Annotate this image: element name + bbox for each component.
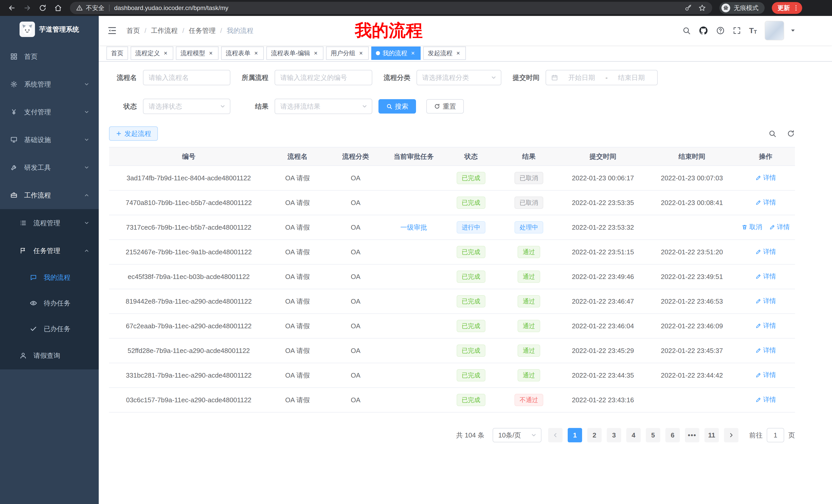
refresh-table-icon[interactable] (787, 130, 795, 138)
page-button[interactable]: ••• (685, 428, 699, 442)
detail-action[interactable]: 详情 (755, 371, 776, 379)
total-count: 共 104 条 (456, 431, 485, 440)
refresh-icon (434, 103, 440, 109)
cell-actions: 取消 详情 (736, 264, 795, 289)
page-button[interactable]: 11 (704, 428, 719, 442)
bookmark-star-icon[interactable] (698, 4, 706, 12)
column-header: 编号 (109, 147, 268, 166)
hamburger-icon[interactable] (107, 25, 117, 36)
detail-action[interactable]: 详情 (769, 223, 790, 231)
category-select[interactable]: 请选择流程分类 (417, 70, 501, 85)
kebab-menu-icon[interactable] (792, 4, 800, 11)
result-select[interactable]: 请选择流结果 (275, 99, 372, 114)
sidebar-item-done-tasks[interactable]: 已办任务 (0, 316, 99, 342)
cell-category: OA (327, 240, 385, 264)
reset-button[interactable]: 重置 (426, 99, 464, 114)
edit-icon (755, 273, 761, 279)
update-label: 更新 (778, 4, 790, 12)
sidebar-item-my-processes[interactable]: 我的流程 (0, 264, 99, 290)
create-process-button[interactable]: 发起流程 (109, 127, 158, 141)
sidebar-item-workflow[interactable]: 工作流程 (0, 181, 99, 209)
detail-action[interactable]: 详情 (755, 173, 776, 182)
close-icon[interactable]: × (358, 50, 364, 56)
status-badge: 进行中 (457, 221, 486, 233)
breadcrumb-workflow[interactable]: 工作流程 (151, 26, 189, 35)
page-button[interactable]: 4 (626, 428, 641, 442)
process-def-input[interactable] (275, 70, 372, 85)
current-task-link[interactable]: 一级审批 (400, 223, 427, 231)
close-icon[interactable]: × (455, 50, 461, 56)
close-icon[interactable]: × (162, 50, 169, 56)
sidebar-item-leave-query[interactable]: 请假查询 (0, 342, 99, 369)
column-header: 流程名 (268, 147, 327, 166)
tag-item[interactable]: 我的流程 × (371, 47, 421, 60)
avatar[interactable] (765, 21, 784, 40)
cell-category: OA (327, 190, 385, 215)
close-icon[interactable]: × (208, 50, 214, 56)
browser-update-button[interactable]: 更新 (772, 2, 802, 14)
sidebar-item-task-management[interactable]: 任务管理 (0, 237, 99, 264)
page-button[interactable]: 3 (607, 428, 621, 442)
cell-status: 已完成 (443, 240, 499, 264)
address-bar[interactable]: 不安全 dashboard.yudao.iocoder.cn/bpm/task/… (70, 2, 712, 14)
detail-action[interactable]: 详情 (755, 247, 776, 256)
sidebar-item-label: 我的流程 (44, 273, 71, 282)
browser-reload-button[interactable] (36, 1, 49, 15)
detail-action[interactable]: 详情 (755, 321, 776, 330)
table-row: 331bc281-7b9a-11ec-a290-acde48001122 OA … (109, 363, 795, 388)
close-icon[interactable]: × (253, 50, 259, 56)
page-button[interactable]: 6 (666, 428, 680, 442)
page-button[interactable]: 2 (587, 428, 602, 442)
tag-item[interactable]: 首页 × (106, 47, 128, 60)
detail-action[interactable]: 详情 (755, 272, 776, 281)
cancel-action[interactable]: 取消 (742, 223, 762, 231)
page-button[interactable]: 5 (646, 428, 660, 442)
sidebar-item-infrastructure[interactable]: 基础设施 (0, 126, 99, 153)
process-name-input[interactable] (143, 70, 230, 85)
detail-action[interactable]: 详情 (755, 346, 776, 355)
tag-item[interactable]: 流程表单 × (221, 47, 264, 60)
page-jump-input[interactable] (767, 428, 784, 442)
search-button[interactable]: 搜索 (379, 99, 416, 114)
close-icon[interactable]: × (313, 50, 319, 56)
caret-down-icon[interactable] (790, 27, 796, 34)
key-icon[interactable] (684, 4, 692, 12)
submit-time-range-picker[interactable]: 开始日期 - 结束日期 (546, 70, 658, 85)
sidebar-item-process-management[interactable]: 流程管理 (0, 209, 99, 237)
status-badge: 已完成 (457, 172, 486, 184)
tag-item[interactable]: 发起流程 × (423, 47, 466, 60)
browser-home-button[interactable] (51, 1, 65, 15)
tag-item[interactable]: 用户分组 × (326, 47, 369, 60)
browser-forward-button[interactable] (21, 1, 34, 15)
cell-id: 67c2eaab-7b9a-11ec-a290-acde48001122 (109, 314, 268, 338)
sidebar-item-pending-tasks[interactable]: 待办任务 (0, 290, 99, 316)
sidebar-item-system[interactable]: 系统管理 (0, 71, 99, 98)
breadcrumb-home[interactable]: 首页 (127, 26, 151, 35)
tag-item[interactable]: 流程表单-编辑 × (266, 47, 323, 60)
app-logo[interactable]: 芋道管理系统 (0, 16, 99, 43)
breadcrumb-task-management[interactable]: 任务管理 (189, 26, 227, 35)
detail-action[interactable]: 详情 (755, 198, 776, 206)
github-icon[interactable] (699, 26, 708, 35)
next-page-button[interactable] (724, 428, 738, 442)
help-icon[interactable] (716, 26, 725, 35)
detail-action[interactable]: 详情 (755, 395, 776, 404)
tag-item[interactable]: 流程模型 × (176, 47, 218, 60)
tag-item[interactable]: 流程定义 × (131, 47, 173, 60)
search-icon[interactable] (682, 26, 691, 35)
briefcase-icon (10, 192, 18, 199)
sidebar-item-dev-tools[interactable]: 研发工具 (0, 153, 99, 181)
toggle-search-icon[interactable] (768, 130, 777, 138)
page-size-select[interactable]: 10条/页 (493, 428, 542, 442)
browser-back-button[interactable] (5, 1, 19, 15)
detail-action[interactable]: 详情 (755, 297, 776, 305)
fullscreen-icon[interactable] (732, 26, 741, 35)
sidebar-item-label: 首页 (24, 52, 37, 61)
font-size-icon[interactable]: TT (749, 27, 757, 34)
sidebar-item-home[interactable]: 首页 (0, 43, 99, 71)
page-button[interactable]: 1 (568, 428, 582, 442)
prev-page-button[interactable] (548, 428, 563, 442)
close-icon[interactable]: × (410, 50, 416, 56)
sidebar-item-payment[interactable]: 支付管理 (0, 98, 99, 126)
status-select[interactable]: 请选择状态 (143, 99, 230, 114)
